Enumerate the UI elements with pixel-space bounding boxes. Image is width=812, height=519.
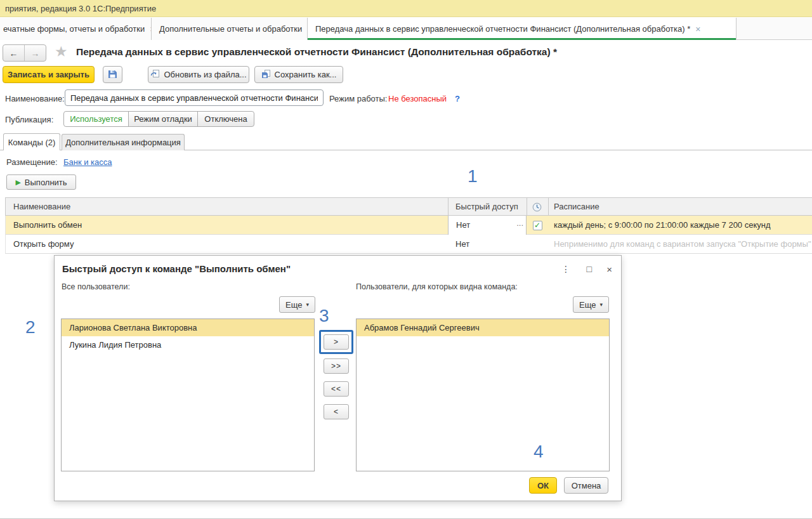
work-mode-label: Режим работы:: [329, 94, 387, 103]
quick-access-cell[interactable]: Нет ...: [448, 216, 527, 235]
back-icon: ←: [10, 48, 18, 58]
floppy-icon: [108, 69, 117, 81]
clock-icon: [532, 202, 542, 214]
header-quick-access: Быстрый доступ: [455, 202, 518, 211]
quick-access-value: Нет: [455, 239, 469, 249]
publication-segmented: Используется Режим отладки Отключена: [63, 111, 254, 127]
help-icon[interactable]: ?: [455, 94, 460, 103]
annotation-3: 3: [319, 306, 329, 326]
focus-ring: >: [319, 330, 353, 354]
favorite-star-icon[interactable]: ★: [55, 43, 68, 60]
dialog-title: Быстрый доступ к команде "Выполнить обме…: [62, 263, 291, 274]
dialog-menu-icon[interactable]: ⋮: [561, 264, 570, 274]
list-item[interactable]: Лукина Лидия Петровна: [62, 336, 314, 353]
dialog-maximize-icon[interactable]: □: [587, 264, 592, 274]
tab-data-transfer-active[interactable]: Передача данных в сервис управленческой …: [308, 18, 737, 40]
button-label: Обновить из файла...: [164, 70, 246, 79]
tab-label: Дополнительные отчеты и обработки: [159, 24, 302, 34]
ellipsis-button[interactable]: ...: [516, 218, 523, 228]
window-title: приятия, редакция 3.0 1С:Предприятие: [5, 4, 156, 13]
tab-close-icon[interactable]: ×: [695, 24, 700, 34]
schedule-cell: Неприменимо для команд с вариантом запус…: [554, 239, 811, 249]
move-all-right-button[interactable]: >>: [324, 358, 349, 374]
save-and-close-button[interactable]: Записать и закрыть: [3, 66, 95, 83]
table-row-open-form[interactable]: Открыть форму Нет Неприменимо для команд…: [5, 235, 812, 254]
header-schedule: Расписание: [554, 202, 599, 211]
tab-label: ечатные формы, отчеты и обработки: [3, 24, 145, 34]
placement-link[interactable]: Банк и касса: [63, 157, 112, 167]
button-label: Еще: [579, 300, 596, 310]
tab-additional-info[interactable]: Дополнительная информация: [62, 134, 185, 150]
commands-table: Наименование Быстрый доступ Расписание В…: [5, 197, 812, 254]
command-name-cell: Открыть форму: [13, 239, 74, 249]
dialog-close-icon[interactable]: ×: [606, 264, 612, 275]
more-button-left[interactable]: Еще ▾: [279, 296, 315, 313]
table-header: Наименование Быстрый доступ Расписание: [5, 197, 812, 216]
forward-button[interactable]: →: [25, 45, 46, 61]
visible-users-label: Пользователи, для которых видна команда:: [356, 282, 518, 291]
segment-debug-mode[interactable]: Режим отладки: [128, 111, 198, 127]
play-icon: ▶: [15, 178, 20, 187]
schedule-cell: каждый день; с 9:00:00 по 21:00:00 кажды…: [554, 220, 771, 230]
placement-label: Размещение:: [6, 157, 58, 167]
button-label: Сохранить как...: [275, 70, 337, 79]
checkmark-icon: ✓: [534, 221, 540, 230]
segment-used[interactable]: Используется: [63, 111, 129, 127]
segment-disabled[interactable]: Отключена: [197, 111, 254, 127]
tab-commands[interactable]: Команды (2): [3, 133, 60, 150]
tab-additional-reports[interactable]: Дополнительные отчеты и обработки ×: [152, 18, 308, 40]
annotation-1: 1: [468, 166, 478, 187]
move-all-left-button[interactable]: <<: [324, 381, 349, 397]
forward-icon: →: [31, 48, 40, 58]
list-item[interactable]: Ларионова Светлана Викторовна: [62, 319, 314, 336]
name-label: Наименование:: [5, 94, 65, 103]
annotation-4: 4: [534, 442, 544, 462]
button-label: Выполнить: [25, 178, 67, 187]
schedule-checkbox[interactable]: ✓: [533, 221, 542, 230]
chevron-down-icon: ▾: [306, 301, 309, 308]
window-title-bar: приятия, редакция 3.0 1С:Предприятие: [0, 0, 812, 17]
move-right-button[interactable]: >: [324, 334, 349, 350]
header-name: Наименование: [13, 202, 70, 211]
update-from-file-button[interactable]: Обновить из файла...: [148, 66, 249, 83]
command-name-cell: Выполнить обмен: [13, 220, 82, 230]
history-nav: ← →: [3, 44, 46, 62]
quick-access-dialog: Быстрый доступ к команде "Выполнить обме…: [54, 255, 622, 501]
back-button[interactable]: ←: [3, 45, 25, 61]
button-label: Еще: [285, 300, 302, 310]
publication-label: Публикация:: [5, 115, 53, 124]
work-mode-value: Не безопасный: [388, 94, 447, 103]
visible-users-list: Абрамов Геннадий Сергеевич: [356, 319, 610, 471]
cancel-button[interactable]: Отмена: [564, 477, 608, 494]
table-row-run-exchange[interactable]: Выполнить обмен Нет ... ✓ каждый день; с…: [5, 216, 812, 235]
save-button[interactable]: [103, 66, 122, 83]
save-as-icon: [261, 69, 271, 81]
annotation-2: 2: [25, 317, 36, 338]
page-title: Передача данных в сервис управленческой …: [76, 46, 557, 58]
update-file-icon: [150, 69, 160, 81]
list-item[interactable]: Абрамов Геннадий Сергеевич: [357, 319, 609, 336]
ok-button[interactable]: ОК: [529, 477, 557, 494]
app-window: приятия, редакция 3.0 1С:Предприятие еча…: [0, 0, 812, 519]
name-input[interactable]: [65, 89, 324, 106]
chevron-down-icon: ▾: [599, 301, 603, 308]
run-button[interactable]: ▶ Выполнить: [6, 174, 76, 190]
tab-printed-forms[interactable]: ечатные формы, отчеты и обработки ×: [0, 18, 152, 40]
schedule-checkbox-cell: ✓: [527, 216, 548, 235]
tab-label: Передача данных в сервис управленческой …: [315, 24, 690, 34]
save-as-button[interactable]: Сохранить как...: [254, 66, 343, 83]
tab-strip: ечатные формы, отчеты и обработки × Допо…: [0, 18, 812, 40]
all-users-list: Ларионова Светлана Викторовна Лукина Лид…: [61, 319, 315, 471]
quick-access-value: Нет: [456, 220, 470, 230]
more-button-right[interactable]: Еще ▾: [573, 296, 609, 313]
move-left-button[interactable]: <: [324, 404, 349, 419]
all-users-label: Все пользователи:: [62, 282, 130, 291]
